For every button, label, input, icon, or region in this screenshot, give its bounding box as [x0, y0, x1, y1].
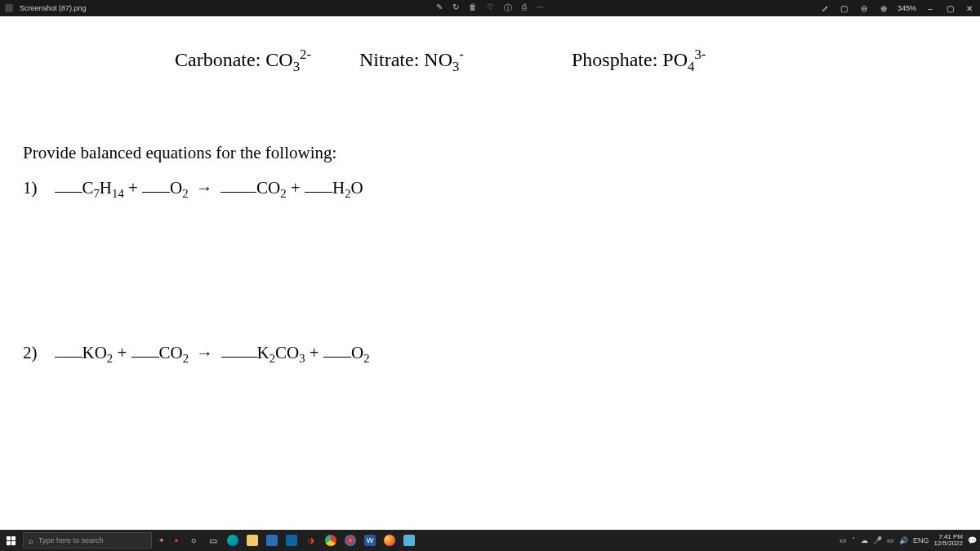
file-title: Screenshot (87).png	[20, 4, 87, 12]
q1-blank-4	[305, 192, 332, 193]
search-icon: ⌕	[29, 536, 33, 545]
office-icon[interactable]: ◑	[302, 531, 320, 549]
q1-h2c: O	[350, 178, 363, 198]
windows-logo-icon	[7, 536, 16, 545]
phosphate-ion: Phosphate: PO43-	[572, 49, 706, 71]
clock-date: 12/5/2022	[933, 540, 963, 547]
photos-toolbar: ✎ ↻ 🗑 ♡ ⓘ ⎙ ···	[436, 2, 543, 14]
q2-blank-4	[323, 357, 351, 358]
zoom-out-icon[interactable]: ⊖	[858, 2, 870, 14]
edge-icon[interactable]	[224, 531, 242, 549]
image-viewport[interactable]: Carbonate: CO32- Nitrate: NO3- Phosphate…	[0, 16, 980, 530]
nitrate-sup: -	[459, 47, 464, 62]
more-icon[interactable]: ···	[537, 2, 543, 14]
volume-icon[interactable]: 🔊	[899, 536, 908, 544]
zoom-in-icon[interactable]: ⊕	[878, 2, 889, 14]
carbonate-ion: Carbonate: CO32-	[175, 49, 311, 71]
battery-icon[interactable]: ▭	[887, 536, 894, 544]
gingerbread-icon[interactable]: ✶	[155, 531, 168, 549]
fullscreen-icon[interactable]: ⤢	[819, 2, 831, 14]
equation-2: 2) KO2 + CO2 → K2CO3 + O2	[23, 343, 369, 363]
q1-co2a: CO	[256, 178, 280, 198]
photos-icon[interactable]	[341, 531, 359, 549]
favorite-icon[interactable]: ♡	[487, 2, 494, 14]
photos-title-bar: Screenshot (87).png ✎ ↻ 🗑 ♡ ⓘ ⎙ ··· ⤢ ▢ …	[0, 0, 980, 16]
word-icon[interactable]: W	[361, 531, 379, 549]
phosphate-label: Phosphate: PO	[572, 49, 688, 70]
q1-co2b: 2	[280, 187, 286, 200]
q2-plus2: +	[305, 343, 323, 362]
edit-icon[interactable]: ✎	[436, 2, 443, 14]
info-icon[interactable]: ⓘ	[504, 2, 512, 14]
language-indicator[interactable]: ENG	[913, 536, 929, 544]
q1-plus1: +	[124, 178, 142, 198]
q1-c-sub: 7	[94, 187, 100, 200]
q1-h: H	[100, 178, 112, 198]
zoom-level: 345%	[898, 4, 916, 12]
start-button[interactable]	[0, 530, 21, 551]
q2-k2d: 3	[299, 352, 305, 365]
phosphate-sup: 3-	[694, 47, 706, 62]
q2-ko2a: KO	[82, 343, 107, 362]
windows-taskbar: ⌕ Type here to search ✶ ● ○ ▭ ◑ W ▭ ˄ ☁ …	[0, 530, 980, 551]
tray-chevron-icon[interactable]: ˄	[852, 536, 856, 544]
photos-app-icon	[5, 4, 13, 12]
carbonate-sup: 2-	[300, 47, 311, 62]
onedrive-icon[interactable]: ☁	[861, 536, 868, 544]
q1-o2b: 2	[182, 187, 188, 200]
maximize-button[interactable]: ▢	[944, 2, 956, 14]
q2-o2b: 2	[363, 352, 369, 365]
store-icon[interactable]	[263, 531, 281, 549]
equation-1: 1) C7H14 + O2 → CO2 + H2O	[23, 178, 363, 198]
taskbar-search[interactable]: ⌕ Type here to search	[23, 532, 152, 549]
q2-k2a: K	[257, 343, 270, 362]
q2-co2b: 2	[183, 352, 189, 365]
q2-k2c: CO	[275, 343, 299, 362]
task-view-icon[interactable]: ▭	[204, 531, 222, 549]
nitrate-ion: Nitrate: NO3-	[359, 49, 464, 71]
q2-k2b: 2	[270, 352, 275, 365]
nitrate-label: Nitrate: NO	[359, 49, 452, 70]
taskbar-pinned: ✶ ● ○ ▭ ◑ W	[155, 531, 418, 549]
q2-o2a: O	[351, 343, 363, 362]
carbonate-sub: 3	[293, 59, 300, 74]
delete-icon[interactable]: 🗑	[469, 2, 477, 14]
taskbar-clock[interactable]: 7:41 PM 12/5/2022	[933, 534, 963, 548]
q1-blank-2	[142, 192, 170, 193]
q1-number: 1)	[23, 178, 38, 198]
q2-co2a: CO	[159, 343, 183, 362]
minimize-button[interactable]: –	[924, 2, 936, 14]
q1-h-sub: 14	[112, 187, 124, 200]
q2-number: 2)	[23, 343, 38, 362]
system-tray: ▭ ˄ ☁ 🎤 ▭ 🔊 ENG 7:41 PM 12/5/2022 💬	[840, 534, 977, 548]
q2-plus1: +	[113, 343, 131, 362]
mail-icon[interactable]	[283, 531, 301, 549]
q1-plus2: +	[287, 178, 305, 198]
q1-arrow: →	[193, 178, 216, 198]
q1-blank-3	[220, 192, 256, 193]
notifications-icon[interactable]: 💬	[968, 536, 977, 544]
balloon-icon[interactable]: ●	[170, 531, 183, 549]
firefox-icon[interactable]	[381, 531, 399, 549]
cortana-icon[interactable]: ○	[185, 531, 203, 549]
q2-blank-1	[55, 357, 82, 358]
chrome-icon[interactable]	[322, 531, 340, 549]
q1-c: C	[82, 178, 94, 198]
paint-icon[interactable]	[400, 531, 418, 549]
q2-blank-2	[131, 357, 159, 358]
q2-arrow: →	[193, 343, 216, 362]
rotate-icon[interactable]: ↻	[452, 2, 459, 14]
q1-h2a: H	[332, 178, 345, 198]
q1-o2a: O	[170, 178, 182, 198]
mic-icon[interactable]: 🎤	[873, 536, 882, 544]
fit-icon[interactable]: ▢	[839, 2, 850, 14]
print-icon[interactable]: ⎙	[522, 2, 527, 14]
meet-now-icon[interactable]: ▭	[840, 536, 847, 544]
q2-blank-3	[221, 357, 257, 358]
search-placeholder: Type here to search	[38, 536, 104, 544]
close-button[interactable]: ✕	[964, 2, 975, 14]
explorer-icon[interactable]	[243, 531, 261, 549]
carbonate-label: Carbonate: CO	[175, 49, 293, 70]
instruction-text: Provide balanced equations for the follo…	[23, 143, 336, 163]
q1-blank-1	[55, 192, 82, 193]
